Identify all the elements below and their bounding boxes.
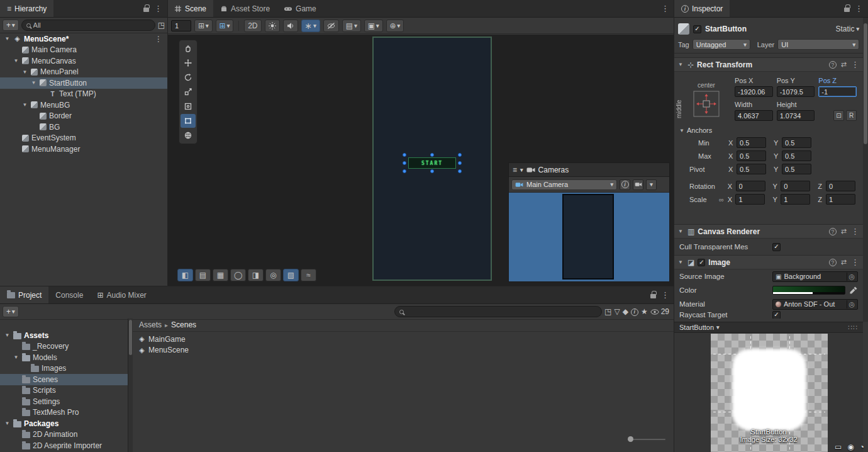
- image-header[interactable]: ▼ ◪ ✓ Image ? ⇄︎ ⋮: [674, 255, 863, 269]
- lock-icon[interactable]: [143, 8, 149, 12]
- tab-game[interactable]: Game: [277, 0, 323, 17]
- project-folder-row[interactable]: TextMesh Pro: [0, 407, 128, 419]
- selection-handle[interactable]: [430, 169, 434, 173]
- project-folder-row[interactable]: Scripts: [0, 385, 128, 397]
- anchors-foldout[interactable]: ▼ Anchors: [674, 125, 863, 136]
- hierarchy-search-input[interactable]: [33, 21, 150, 29]
- hierarchy-item[interactable]: MenuPanel: [0, 67, 167, 78]
- inspector-menu-icon[interactable]: ⋮: [855, 4, 863, 13]
- project-search-input[interactable]: [406, 308, 597, 315]
- rotation-z-field[interactable]: [826, 181, 855, 191]
- camera-info-button[interactable]: i: [620, 179, 630, 190]
- hidden-objects-toggle[interactable]: [323, 20, 339, 32]
- preview-drag-handle-icon[interactable]: ∷∷: [848, 324, 858, 332]
- scene-viewport[interactable]: START ≡ ▾ Cameras: [167, 35, 674, 286]
- pos-z-field[interactable]: [818, 86, 857, 97]
- ui-canvas-outline[interactable]: START: [372, 37, 492, 281]
- selection-handle[interactable]: [403, 153, 406, 157]
- gizmos-dropdown-button[interactable]: ⊕▾: [386, 20, 404, 32]
- selection-handle[interactable]: [458, 153, 462, 157]
- raw-edit-mode-button[interactable]: R: [846, 110, 857, 121]
- blueprint-mode-button[interactable]: ⊡: [833, 110, 844, 121]
- inspector-scrollbar[interactable]: [863, 18, 868, 322]
- scale-x-field[interactable]: [735, 194, 765, 205]
- project-folder-row[interactable]: Scenes: [0, 374, 128, 385]
- project-folder-row[interactable]: _Recovery: [0, 341, 128, 353]
- drag-handle-icon[interactable]: ≡: [513, 166, 517, 174]
- lock-icon[interactable]: [650, 294, 656, 298]
- tab-console[interactable]: Console: [48, 286, 90, 303]
- hierarchy-item[interactable]: EventSystem: [0, 133, 167, 144]
- grid-overlay-button[interactable]: ▦: [213, 269, 228, 281]
- presets-icon[interactable]: ⇄︎: [841, 227, 847, 235]
- sphere-overlay-button[interactable]: ◯: [230, 269, 246, 281]
- scene-picker-icon[interactable]: ◳: [158, 21, 165, 29]
- hierarchy-item[interactable]: ◈ MenuScene*: [0, 33, 167, 45]
- preview-header[interactable]: StartButton ▾ ∷∷: [674, 322, 863, 333]
- hierarchy-item[interactable]: MenuManager: [0, 144, 167, 155]
- effects-dropdown-button[interactable]: ∗▾: [301, 20, 320, 32]
- layout-overlay-button[interactable]: ▤: [195, 269, 211, 281]
- foldout-arrow-icon[interactable]: [4, 421, 11, 426]
- foldout-arrow-icon[interactable]: ▼: [678, 259, 684, 265]
- camera-select-dropdown[interactable]: Main Camera ▾: [511, 179, 617, 190]
- tab-hierarchy[interactable]: ≡ Hierarchy: [0, 0, 53, 17]
- activity-icon[interactable]: ◉: [847, 443, 854, 451]
- camera-options-caret[interactable]: ▾: [646, 179, 657, 190]
- hierarchy-item[interactable]: BG: [0, 121, 167, 133]
- anchor-min-x-field[interactable]: [737, 137, 766, 148]
- component-menu-icon[interactable]: ⋮: [851, 60, 859, 69]
- selection-handle[interactable]: [458, 169, 462, 173]
- rotation-x-field[interactable]: [736, 181, 765, 191]
- active-checkbox[interactable]: ✓: [693, 25, 701, 33]
- pivot-y-field[interactable]: [782, 164, 811, 174]
- image-enabled-checkbox[interactable]: ✓: [698, 259, 705, 266]
- hierarchy-item[interactable]: MenuBG: [0, 99, 167, 111]
- custom-tool-button[interactable]: [181, 128, 196, 142]
- width-field[interactable]: [735, 110, 773, 121]
- foldout-arrow-icon[interactable]: [4, 36, 11, 42]
- selected-ui-element[interactable]: START: [404, 155, 460, 171]
- breadcrumb-current[interactable]: Scenes: [171, 320, 196, 329]
- asset-row[interactable]: ◈ MainGame: [135, 334, 672, 345]
- snap-settings-button[interactable]: ⊞▾: [216, 20, 234, 32]
- component-menu-icon[interactable]: ⋮: [851, 227, 859, 235]
- foldout-arrow-icon[interactable]: [4, 332, 11, 338]
- search-in-packages-icon[interactable]: ◳: [604, 308, 611, 315]
- layers-dropdown-button[interactable]: ▤▾: [342, 20, 361, 32]
- layer-dropdown[interactable]: UI▾: [777, 39, 859, 50]
- help-icon[interactable]: ?: [829, 259, 837, 266]
- scale-tool-button[interactable]: [181, 85, 196, 99]
- asset-row[interactable]: ◈ MenuScene: [135, 345, 672, 356]
- tag-dropdown[interactable]: Untagged▾: [693, 39, 750, 50]
- help-icon[interactable]: ?: [829, 61, 837, 69]
- project-search[interactable]: [394, 306, 602, 317]
- tab-asset-store[interactable]: Asset Store: [213, 0, 277, 17]
- snap-overlay-button[interactable]: ▧: [283, 269, 299, 281]
- project-folder-row[interactable]: Images: [0, 363, 128, 375]
- move-tool-button[interactable]: [181, 56, 196, 70]
- project-folder-row[interactable]: 2D Animation: [0, 429, 128, 441]
- foldout-arrow-icon[interactable]: [21, 102, 28, 108]
- component-menu-icon[interactable]: ⋮: [851, 258, 859, 266]
- link-scale-icon[interactable]: ∞: [719, 196, 728, 203]
- static-dropdown[interactable]: Static ▾: [835, 25, 859, 33]
- audio-toggle-button[interactable]: [283, 20, 298, 32]
- pivot-x-field[interactable]: [737, 164, 766, 174]
- foldout-arrow-icon[interactable]: ▼: [678, 229, 684, 234]
- transform-tool-button[interactable]: [181, 99, 196, 113]
- cameras-overlay-header[interactable]: ≡ ▾ Cameras: [509, 163, 669, 177]
- tab-audio-mixer[interactable]: ⊞ Audio Mixer: [90, 286, 153, 303]
- object-picker-icon[interactable]: ◎: [847, 300, 856, 308]
- hierarchy-item[interactable]: Border: [0, 111, 167, 122]
- project-menu-icon[interactable]: ⋮: [661, 291, 669, 299]
- foldout-arrow-icon[interactable]: [13, 354, 19, 360]
- foldout-arrow-icon[interactable]: ▼: [678, 62, 684, 67]
- scene-menu-icon[interactable]: ⋮: [661, 4, 669, 13]
- canvas-renderer-header[interactable]: ▼ ▥ Canvas Renderer ? ⇄︎ ⋮: [674, 224, 863, 239]
- project-tree-scrollbar[interactable]: [128, 319, 133, 452]
- pos-x-field[interactable]: [735, 86, 773, 97]
- project-folder-row[interactable]: Packages: [0, 418, 128, 429]
- height-field[interactable]: [777, 110, 815, 121]
- grid-visibility-button[interactable]: ⊞▾: [194, 20, 213, 32]
